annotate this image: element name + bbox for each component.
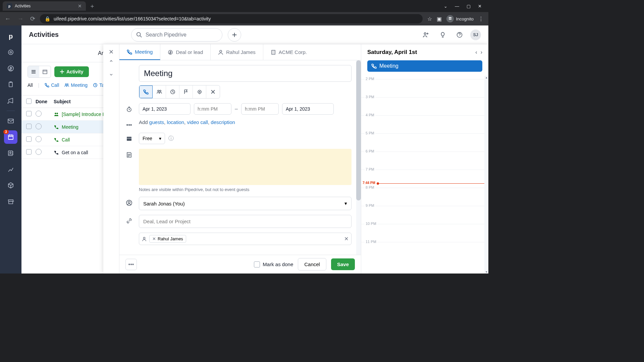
start-time-input[interactable] [194, 103, 231, 115]
svg-rect-5 [8, 135, 13, 139]
person-chip: ✕Rahul James [149, 235, 186, 243]
done-toggle[interactable] [36, 136, 42, 142]
row-checkbox[interactable] [26, 111, 32, 116]
list-view-button[interactable] [28, 66, 39, 77]
back-icon[interactable]: ← [3, 14, 13, 24]
add-location-link[interactable]: location [167, 119, 184, 125]
minimize-icon[interactable]: — [455, 4, 459, 9]
nav-mail-icon[interactable] [4, 114, 17, 128]
person-input[interactable]: ✕Rahul James ✕ [139, 233, 352, 245]
tab-meeting[interactable]: Meeting [119, 44, 160, 60]
logo-icon[interactable]: p [4, 29, 17, 43]
user-avatar[interactable]: SJ [470, 29, 481, 40]
info-icon[interactable]: ⓘ [168, 135, 174, 142]
row-checkbox[interactable] [26, 149, 32, 155]
address-bar[interactable]: 🔒 uifeed.pipedrive.com/activities/list/u… [40, 14, 423, 23]
calendar-event[interactable]: Meeting [367, 60, 482, 72]
reload-icon[interactable]: ⟳ [28, 14, 37, 24]
invite-icon[interactable] [420, 29, 432, 41]
hour-label: 2 PM [365, 77, 375, 81]
nav-projects-icon[interactable] [4, 78, 17, 91]
modal-scrollbar[interactable] [356, 60, 361, 255]
nav-insights-icon[interactable] [4, 163, 17, 176]
tab-close-icon[interactable]: ✕ [78, 3, 82, 9]
add-guests-link[interactable]: guests [149, 119, 164, 125]
mark-done-checkbox[interactable] [254, 261, 260, 267]
chevron-down-icon[interactable]: ⌄ [444, 4, 447, 9]
svg-point-21 [160, 90, 161, 92]
footer-more-button[interactable]: ••• [125, 259, 137, 270]
calendar-grid[interactable]: 2 PM 3 PM 4 PM 5 PM 6 PM 7 PM 8 PM 9 PM … [361, 76, 488, 274]
notes-textarea[interactable] [139, 149, 352, 185]
done-toggle[interactable] [36, 149, 42, 155]
tab-person[interactable]: Rahul James [211, 44, 263, 60]
row-subject: Get on a call [62, 150, 88, 155]
tab-org[interactable]: ACME Corp. [263, 44, 314, 60]
nav-focus-icon[interactable] [4, 46, 17, 59]
activity-type-selector [139, 85, 220, 99]
done-toggle[interactable] [36, 111, 42, 117]
next-activity-icon[interactable]: ⌄ [109, 70, 114, 77]
owner-select[interactable]: Sarah Jonas (You)▾ [139, 197, 352, 210]
maximize-icon[interactable]: ▢ [467, 4, 471, 9]
new-tab-button[interactable]: ＋ [86, 2, 99, 10]
save-button[interactable]: Save [331, 258, 355, 270]
add-description-link[interactable]: description [211, 119, 235, 125]
select-all-checkbox[interactable] [26, 99, 32, 104]
nav-deals-icon[interactable] [4, 62, 17, 75]
close-modal-icon[interactable]: ✕ [109, 48, 114, 56]
nav-campaigns-icon[interactable] [4, 94, 17, 107]
nav-marketplace-icon[interactable] [4, 195, 17, 208]
filter-meeting[interactable]: Meeting [64, 82, 88, 88]
start-date-input[interactable] [139, 103, 191, 115]
type-call-icon[interactable] [139, 85, 153, 98]
nav-contacts-icon[interactable] [4, 146, 17, 160]
col-done[interactable]: Done [36, 99, 54, 104]
hour-label: 4 PM [365, 113, 375, 117]
help-icon[interactable] [453, 29, 466, 41]
now-indicator-line [377, 183, 484, 184]
row-checkbox[interactable] [26, 124, 32, 129]
end-date-input[interactable] [282, 103, 334, 115]
browser-menu-icon[interactable]: ⋮ [478, 16, 484, 22]
tips-icon[interactable] [437, 29, 449, 41]
svg-point-18 [220, 50, 222, 52]
call-icon [54, 137, 59, 142]
type-deadline-icon[interactable] [179, 85, 193, 98]
quick-add-button[interactable] [228, 28, 241, 42]
link-icon [124, 215, 134, 224]
tab-deal[interactable]: Deal or lead [160, 44, 211, 60]
extensions-icon[interactable]: ▣ [437, 16, 442, 22]
browser-tab[interactable]: p Activities ✕ [3, 1, 86, 11]
filter-all[interactable]: All [28, 82, 33, 88]
more-icon: ••• [124, 119, 134, 128]
nav-activities-icon[interactable]: 3 [4, 130, 17, 144]
prev-day-icon[interactable]: ‹ [475, 49, 477, 55]
cancel-button[interactable]: Cancel [298, 258, 326, 270]
remove-chip-icon[interactable]: ✕ [152, 236, 156, 241]
done-toggle[interactable] [36, 123, 42, 129]
next-day-icon[interactable]: › [481, 49, 482, 55]
activity-title-input[interactable] [139, 65, 352, 82]
add-video-link[interactable]: video call [187, 119, 208, 125]
svg-rect-3 [9, 82, 12, 87]
row-checkbox[interactable] [26, 136, 32, 142]
search-input[interactable]: Search Pipedrive [131, 28, 222, 42]
type-meeting-icon[interactable] [153, 85, 166, 98]
prev-activity-icon[interactable]: ⌃ [109, 59, 114, 66]
clear-persons-icon[interactable]: ✕ [344, 236, 348, 242]
nav-products-icon[interactable] [4, 179, 17, 192]
close-window-icon[interactable]: ✕ [478, 4, 482, 9]
type-lunch-icon[interactable] [206, 85, 220, 98]
star-icon[interactable]: ☆ [427, 16, 432, 22]
end-time-input[interactable] [241, 103, 279, 115]
availability-select[interactable]: Free▾ [139, 133, 165, 144]
calendar-view-button[interactable] [39, 66, 51, 77]
hour-label: 10 PM [365, 222, 377, 226]
filter-call[interactable]: Call [45, 82, 59, 88]
type-task-icon[interactable] [166, 85, 179, 98]
add-activity-button[interactable]: Activity [54, 66, 89, 77]
type-email-icon[interactable] [193, 85, 206, 98]
calendar-scrollbar[interactable]: ▴▾ [484, 76, 488, 274]
deal-link-input[interactable] [139, 215, 352, 228]
